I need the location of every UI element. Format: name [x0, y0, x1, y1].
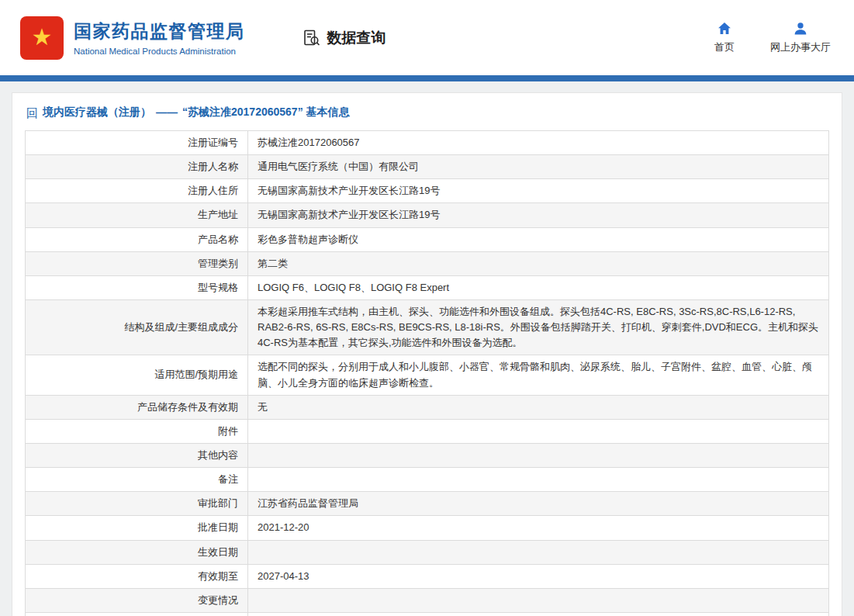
field-label: 生效日期	[26, 540, 248, 564]
return-icon[interactable]: 回	[26, 107, 38, 119]
field-label: 批准日期	[26, 516, 248, 540]
nmpa-logo[interactable]: ★ 国家药品监督管理局 National Medical Products Ad…	[20, 16, 245, 60]
field-value	[248, 443, 829, 467]
field-label: ●注	[26, 612, 248, 616]
field-value: 2021-12-20	[248, 516, 829, 540]
field-label: 管理类别	[26, 251, 248, 275]
field-value: 2027-04-13	[248, 564, 829, 588]
table-row: 产品储存条件及有效期 无	[26, 395, 829, 419]
field-value	[248, 468, 829, 492]
field-value: 详情	[248, 612, 829, 616]
field-label: 产品名称	[26, 227, 248, 251]
field-label: 产品储存条件及有效期	[26, 395, 248, 419]
field-value: 通用电气医疗系统（中国）有限公司	[248, 155, 829, 179]
field-value: 彩色多普勒超声诊断仪	[248, 227, 829, 251]
field-value	[248, 588, 829, 612]
breadcrumb-category: 境内医疗器械（注册）	[43, 106, 151, 119]
site-header: ★ 国家药品监督管理局 National Medical Products Ad…	[0, 0, 854, 75]
data-query-label: 数据查询	[327, 28, 386, 48]
field-label: 备注	[26, 468, 248, 492]
site-subtitle: National Medical Products Administration	[74, 47, 245, 56]
field-label: 附件	[26, 419, 248, 443]
field-label: 生产地址	[26, 203, 248, 227]
field-label: 有效期至	[26, 564, 248, 588]
field-value	[248, 540, 829, 564]
field-label: 注册人住所	[26, 179, 248, 203]
table-row: 生效日期	[26, 540, 829, 564]
table-row: 产品名称 彩色多普勒超声诊断仪	[26, 227, 829, 251]
breadcrumb-dash: ——	[156, 106, 178, 119]
field-value: 本彩超采用推车式结构，由主机、探头、功能选件和外围设备组成。探头包括4C-RS,…	[248, 299, 829, 355]
table-row: 注册人住所 无锡国家高新技术产业开发区长江路19号	[26, 179, 829, 203]
page-title: “苏械注准20172060567” 基本信息	[182, 106, 350, 119]
table-row: 附件	[26, 419, 829, 443]
user-icon	[793, 21, 808, 36]
field-value: LOGIQ F6、LOGIQ F8、LOGIQ F8 Expert	[248, 275, 829, 299]
data-query-icon	[303, 29, 321, 47]
field-label: 注册人名称	[26, 155, 248, 179]
field-value: 选配不同的探头，分别用于成人和小儿腹部、小器官、常规骨骼和肌肉、泌尿系统、胎儿、…	[248, 355, 829, 395]
registration-info-table: 注册证编号 苏械注准20172060567 注册人名称 通用电气医疗系统（中国）…	[25, 130, 829, 616]
table-row: 型号规格 LOGIQ F6、LOGIQ F8、LOGIQ F8 Expert	[26, 275, 829, 299]
field-value	[248, 419, 829, 443]
logo-text: 国家药品监督管理局 National Medical Products Admi…	[74, 19, 245, 56]
field-label: 适用范围/预期用途	[26, 355, 248, 395]
table-row: 结构及组成/主要组成成分 本彩超采用推车式结构，由主机、探头、功能选件和外围设备…	[26, 299, 829, 355]
field-label: 变更情况	[26, 588, 248, 612]
header-divider-bar	[0, 75, 854, 81]
detail-card: 回 境内医疗器械（注册） —— “苏械注准20172060567” 基本信息 注…	[12, 92, 842, 616]
table-row: 适用范围/预期用途 选配不同的探头，分别用于成人和小儿腹部、小器官、常规骨骼和肌…	[26, 355, 829, 395]
home-icon	[717, 21, 732, 36]
national-emblem-icon: ★	[20, 16, 64, 60]
field-value: 江苏省药品监督管理局	[248, 492, 829, 516]
site-title: 国家药品监督管理局	[74, 19, 245, 43]
table-row: 备注	[26, 468, 829, 492]
top-nav: 首页 网上办事大厅	[714, 21, 831, 54]
breadcrumb: 回 境内医疗器械（注册） —— “苏械注准20172060567” 基本信息	[26, 106, 829, 119]
field-value: 无	[248, 395, 829, 419]
nav-home[interactable]: 首页	[714, 21, 735, 54]
table-row: 有效期至 2027-04-13	[26, 564, 829, 588]
field-label: 结构及组成/主要组成成分	[26, 299, 248, 355]
table-row: 注册证编号 苏械注准20172060567	[26, 131, 829, 155]
table-row: 变更情况	[26, 588, 829, 612]
field-label: 审批部门	[26, 492, 248, 516]
data-query-section[interactable]: 数据查询	[303, 28, 386, 48]
field-value: 苏械注准20172060567	[248, 131, 829, 155]
table-row: 注册人名称 通用电气医疗系统（中国）有限公司	[26, 155, 829, 179]
table-row: 生产地址 无锡国家高新技术产业开发区长江路19号	[26, 203, 829, 227]
main-content: 回 境内医疗器械（注册） —— “苏械注准20172060567” 基本信息 注…	[0, 81, 854, 616]
field-label: 注册证编号	[26, 131, 248, 155]
table-row: 其他内容	[26, 443, 829, 467]
field-value: 无锡国家高新技术产业开发区长江路19号	[248, 203, 829, 227]
table-row: 审批部门 江苏省药品监督管理局	[26, 492, 829, 516]
field-label: 型号规格	[26, 275, 248, 299]
field-label: 其他内容	[26, 443, 248, 467]
nav-service-hall-label: 网上办事大厅	[770, 40, 831, 54]
table-row: ●注 详情	[26, 612, 829, 616]
field-value: 无锡国家高新技术产业开发区长江路19号	[248, 179, 829, 203]
nav-home-label: 首页	[714, 40, 735, 54]
field-value: 第二类	[248, 251, 829, 275]
table-row: 管理类别 第二类	[26, 251, 829, 275]
emblem-star-icon: ★	[32, 26, 53, 49]
table-row: 批准日期 2021-12-20	[26, 516, 829, 540]
nav-service-hall[interactable]: 网上办事大厅	[770, 21, 831, 54]
